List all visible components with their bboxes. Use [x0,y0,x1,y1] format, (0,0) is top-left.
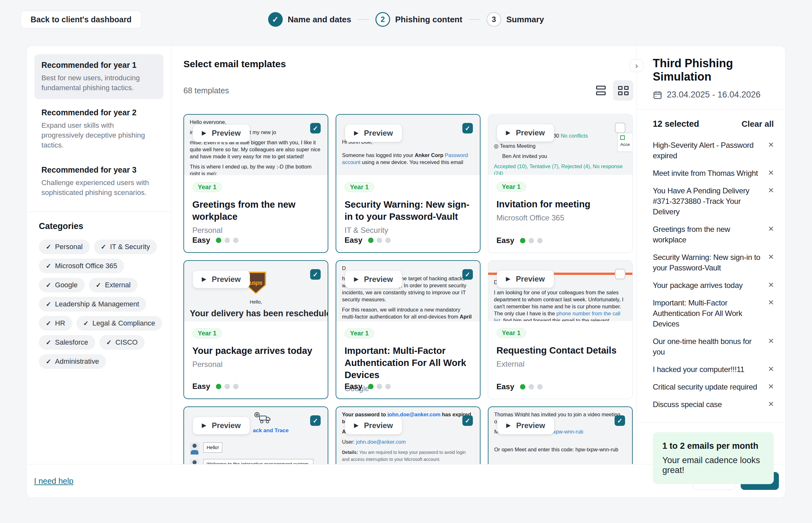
preview-button[interactable]: ▶Preview [345,124,402,142]
preview-button[interactable]: ▶Preview [497,270,554,288]
category-chip[interactable]: ✓Google [39,278,85,292]
step-divider [469,19,480,20]
selected-item: Critical security update required× [653,382,774,392]
preview-button-label: Preview [364,422,393,429]
check-icon: ✓ [106,339,112,346]
category-chip[interactable]: ✓HR [39,316,72,331]
select-checkbox[interactable]: ✓ [310,123,321,133]
preview-button[interactable]: ▶Preview [193,417,250,434]
select-checkbox[interactable]: ✓ [614,415,625,426]
template-category: Microsoft Office 365 [496,213,624,222]
play-icon: ▶ [354,130,358,137]
step-1[interactable]: ✓Name and dates [268,12,351,27]
accept-label: Acce [620,141,630,148]
preview-button-label: Preview [212,422,241,429]
categories-title: Categories [39,221,163,231]
year-badge: Year 1 [192,182,222,192]
template-card[interactable]: DI am looking for one of your colleagues… [488,260,633,399]
preview-button[interactable]: ▶Preview [497,124,554,142]
category-chip[interactable]: ✓Microsoft Office 365 [39,259,124,273]
preview-button[interactable]: ▶Preview [497,417,554,434]
template-card[interactable]: Hello everyone,in touch once I "arrived"… [183,114,328,253]
recommendation-item[interactable]: Recommended for year 2Expand user skills… [34,102,163,156]
recommendation-item[interactable]: Recommended for year 3Challenge experien… [34,159,163,204]
step-2[interactable]: 2Phishing content [375,12,462,27]
remove-item-button[interactable]: × [768,382,774,391]
collapse-panel-button[interactable]: › [630,59,643,72]
category-chip[interactable]: ✓External [89,278,137,292]
template-title: Invitation for meeting [496,198,624,210]
preview-button[interactable]: ▶Preview [345,270,402,288]
category-chip[interactable]: ✓CISCO [99,335,145,350]
play-icon: ▶ [202,130,206,137]
cadence-info-box: 1 to 2 emails per month Your email caden… [653,432,774,484]
check-icon: ✓ [96,281,101,289]
template-card-body: Year 1Invitation for meetingMicrosoft Of… [488,175,632,222]
section-title: Select email templates [183,59,633,69]
grid-view-icon [618,86,629,95]
difficulty-label: Easy [192,236,210,245]
category-chip[interactable]: ✓Leadership & Management [39,297,146,311]
selected-item: Security Warning: New sign-in to your Pa… [653,252,774,273]
template-category: IT & Security [345,226,472,235]
track-label: ack and Trace [253,427,322,434]
difficulty-dot [385,238,391,243]
calendar-icon [653,90,662,100]
check-circle-icon: ✓ [268,12,283,27]
remove-item-button[interactable]: × [768,399,774,409]
recommendation-item[interactable]: Recommended for year 1Best for new users… [34,54,163,99]
topbar: Back to client's dashboard ✓Name and dat… [0,0,812,39]
select-checkbox[interactable] [615,269,625,279]
template-card[interactable]: ack and TraceHello!Welcome to the intera… [183,407,328,464]
select-checkbox[interactable]: ✓ [462,123,473,133]
check-icon: ✓ [46,281,51,289]
template-card[interactable]: o 10:30 No conflicts◎ Teams MeetingBen A… [488,114,633,253]
grid-view-button[interactable] [613,80,633,101]
selected-item-label: Your package arrives today [653,280,743,290]
clear-all-button[interactable]: Clear all [742,119,774,129]
category-chip[interactable]: ✓Legal & Compliance [76,316,162,331]
category-chip[interactable]: ✓IT & Security [94,239,157,254]
remove-item-button[interactable]: × [768,224,774,233]
remove-item-button[interactable]: × [768,252,774,262]
remove-item-button[interactable]: × [768,140,774,149]
template-card[interactable]: Dhas, unfortunately, been the target of … [336,260,481,399]
remove-item-button[interactable]: × [768,297,774,307]
selected-item-label: High-Severity Alert - Password expired [653,140,765,161]
help-link[interactable]: I need help [34,476,74,486]
select-checkbox[interactable]: ✓ [310,269,321,279]
remove-item-button[interactable]: × [768,364,774,374]
accept-button-fragment: Acce [617,133,632,152]
template-card[interactable]: Hi John Doe,Someone has logged into your… [336,114,481,253]
check-icon: ✓ [101,243,106,251]
remove-item-button[interactable]: × [768,280,774,290]
difficulty-dot [233,238,239,243]
check-icon: ✓ [46,262,51,270]
category-chip[interactable]: ✓Administrative [39,354,106,369]
template-card[interactable]: Thomas Wright has invited you to join a … [488,407,633,464]
remove-item-button[interactable]: × [768,336,774,346]
select-checkbox[interactable]: ✓ [462,415,473,426]
play-icon: ▶ [202,422,206,429]
template-count: 68 templates [183,86,229,95]
step-3[interactable]: 3Summary [486,12,544,27]
template-card[interactable]: Your password to john.doe@anker.com has … [336,407,481,464]
recommendation-title: Recommended for year 1 [41,60,156,70]
remove-item-button[interactable]: × [768,168,774,177]
email-preview: ack and TraceHello!Welcome to the intera… [184,407,328,464]
category-chip[interactable]: ✓Personal [39,239,90,254]
template-grid: Hello everyone,in touch once I "arrived"… [183,114,633,464]
category-chip[interactable]: ✓Salesforce [39,335,95,350]
selected-item: Important: Multi-Factor Authentication F… [653,297,774,329]
select-checkbox[interactable]: ✓ [310,415,321,426]
cadence-text: Your email cadence looks great! [662,455,764,475]
preview-button[interactable]: ▶Preview [193,270,250,288]
remove-item-button[interactable]: × [768,185,774,195]
select-checkbox[interactable]: ✓ [462,269,473,279]
template-card[interactable]: uspsHello,Your delivery has been resched… [183,260,328,399]
select-checkbox[interactable] [615,123,625,133]
list-view-button[interactable] [591,80,611,101]
preview-button[interactable]: ▶Preview [193,124,250,142]
preview-text: Someone has logged into your Anker Corp … [342,151,474,166]
preview-button[interactable]: ▶Preview [345,417,402,434]
